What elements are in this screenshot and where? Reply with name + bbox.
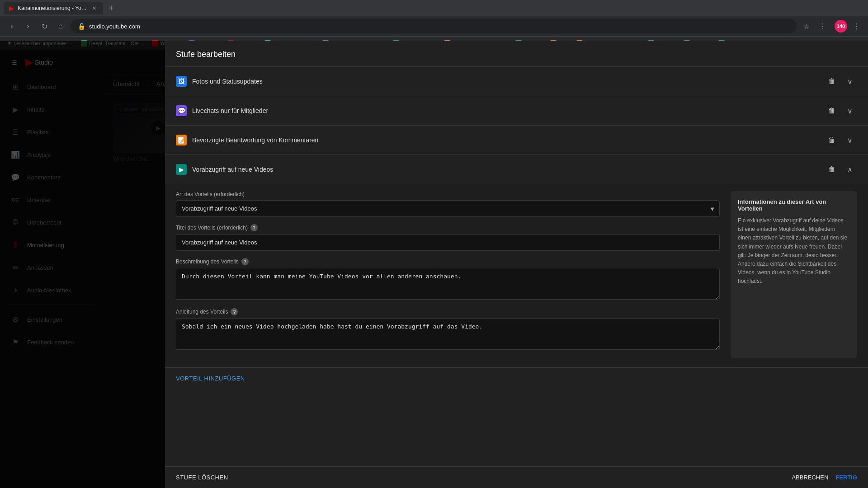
guide-label-text: Anleitung des Vorteils bbox=[176, 309, 228, 315]
livechats-delete-btn[interactable]: 🗑 bbox=[825, 103, 839, 118]
bookmarks-btn[interactable]: ☆ bbox=[800, 20, 813, 33]
type-select[interactable]: Vorabzugriff auf neue Videos bbox=[176, 200, 720, 217]
benefit-livechats-actions: 🗑 ∨ bbox=[825, 103, 857, 118]
active-tab[interactable]: ▶ Kanalmonetarisierung - YouTu... ✕ bbox=[4, 2, 103, 14]
form-group-guide: Anleitung des Vorteils ? Sobald ich ein … bbox=[176, 308, 720, 351]
title-label-text: Titel des Vorteils (erforderlich) bbox=[176, 225, 248, 231]
cancel-btn[interactable]: ABBRECHEN bbox=[792, 474, 828, 481]
benefit-kommentare-actions: 🗑 ∨ bbox=[825, 133, 857, 147]
modal: Stufe bearbeiten 🖼 Fotos und Statusupdat… bbox=[165, 41, 868, 488]
delete-stage-btn[interactable]: STUFE LÖSCHEN bbox=[176, 474, 228, 481]
modal-content: 🖼 Fotos und Statusupdates 🗑 ∨ 💬 Livechat… bbox=[165, 67, 868, 466]
benefit-vorabzugriff: ▶ Vorabzugriff auf neue Videos 🗑 ∧ Art d… bbox=[165, 155, 868, 368]
home-btn[interactable]: ⌂ bbox=[54, 20, 67, 33]
done-btn[interactable]: FERTIG bbox=[835, 474, 857, 481]
form-label-guide: Anleitung des Vorteils ? bbox=[176, 308, 720, 315]
benefit-vorabzugriff-actions: 🗑 ∧ bbox=[825, 162, 857, 177]
fotos-expand-btn[interactable]: ∨ bbox=[843, 74, 857, 89]
tab-bar: ▶ Kanalmonetarisierung - YouTu... ✕ + bbox=[0, 0, 868, 16]
modal-header: Stufe bearbeiten bbox=[165, 41, 868, 67]
description-textarea[interactable]: Durch diesen Vorteil kann man meine YouT… bbox=[176, 268, 720, 300]
fotos-delete-btn[interactable]: 🗑 bbox=[825, 74, 839, 89]
vorabzugriff-icon: ▶ bbox=[176, 164, 187, 175]
footer-actions: ABBRECHEN FERTIG bbox=[792, 474, 857, 481]
form-label-title: Titel des Vorteils (erforderlich) ? bbox=[176, 224, 720, 231]
benefit-expanded-section: Art des Vorteils (erforderlich) Vorabzug… bbox=[165, 184, 868, 367]
form-label-type: Art des Vorteils (erforderlich) bbox=[176, 191, 720, 197]
benefit-vorabzugriff-title: Vorabzugriff auf neue Videos bbox=[192, 166, 819, 173]
benefit-info-title: Informationen zu dieser Art von Vorteile… bbox=[738, 198, 850, 212]
type-label-text: Art des Vorteils (erforderlich) bbox=[176, 191, 245, 197]
vorabzugriff-collapse-btn[interactable]: ∧ bbox=[843, 162, 857, 177]
title-help-icon[interactable]: ? bbox=[250, 224, 258, 231]
form-group-description: Beschreibung des Vorteils ? Durch diesen… bbox=[176, 258, 720, 301]
benefit-vorabzugriff-header[interactable]: ▶ Vorabzugriff auf neue Videos 🗑 ∧ bbox=[165, 155, 868, 184]
vorabzugriff-delete-btn[interactable]: 🗑 bbox=[825, 162, 839, 177]
select-wrapper-type: Vorabzugriff auf neue Videos ▼ bbox=[176, 200, 720, 217]
forward-btn[interactable]: › bbox=[22, 20, 34, 33]
benefit-livechats-title: Livechats nur für Mitglieder bbox=[192, 107, 819, 114]
back-btn[interactable]: ‹ bbox=[5, 20, 18, 33]
new-tab-btn[interactable]: + bbox=[105, 2, 118, 14]
extensions-btn[interactable]: ⋮ bbox=[816, 20, 829, 33]
benefit-row: Art des Vorteils (erforderlich) Vorabzug… bbox=[176, 191, 857, 358]
livechats-expand-btn[interactable]: ∨ bbox=[843, 103, 857, 118]
kommentare-benefit-icon: 📝 bbox=[176, 135, 187, 145]
fotos-icon: 🖼 bbox=[176, 76, 187, 87]
add-benefit-btn[interactable]: VORTEIL HINZUFÜGEN bbox=[176, 375, 245, 382]
benefit-kommentare: 📝 Bevorzugte Beantwortung von Kommentare… bbox=[165, 126, 868, 155]
benefit-fotos: 🖼 Fotos und Statusupdates 🗑 ∨ bbox=[165, 67, 868, 96]
benefit-fotos-actions: 🗑 ∨ bbox=[825, 74, 857, 89]
add-benefit-section: VORTEIL HINZUFÜGEN bbox=[165, 368, 868, 389]
tab-title: Kanalmonetarisierung - YouTu... bbox=[18, 5, 88, 11]
kommentare-delete-btn[interactable]: 🗑 bbox=[825, 133, 839, 147]
modal-footer: STUFE LÖSCHEN ABBRECHEN FERTIG bbox=[165, 466, 868, 488]
benefit-kommentare-title: Bevorzugte Beantwortung von Kommentaren bbox=[192, 136, 819, 144]
benefit-form: Art des Vorteils (erforderlich) Vorabzug… bbox=[176, 191, 720, 358]
reload-btn[interactable]: ↻ bbox=[38, 20, 51, 33]
benefit-info-text: Ein exklusiver Vorabzugriff auf deine Vi… bbox=[738, 216, 850, 286]
menu-btn[interactable]: ⋮ bbox=[850, 20, 863, 33]
form-group-type: Art des Vorteils (erforderlich) Vorabzug… bbox=[176, 191, 720, 217]
benefit-livechats: 💬 Livechats nur für Mitglieder 🗑 ∨ bbox=[165, 96, 868, 126]
form-group-title: Titel des Vorteils (erforderlich) ? bbox=[176, 224, 720, 251]
benefit-fotos-title: Fotos und Statusupdates bbox=[192, 78, 819, 85]
benefit-info-panel: Informationen zu dieser Art von Vorteile… bbox=[731, 191, 857, 358]
benefit-livechats-header[interactable]: 💬 Livechats nur für Mitglieder 🗑 ∨ bbox=[165, 96, 868, 125]
livechats-icon: 💬 bbox=[176, 105, 187, 116]
form-label-description: Beschreibung des Vorteils ? bbox=[176, 258, 720, 265]
modal-title: Stufe bearbeiten bbox=[176, 50, 857, 59]
guide-textarea[interactable]: Sobald ich ein neues Video hochgeladen h… bbox=[176, 318, 720, 350]
browser-toolbar: ‹ › ↻ ⌂ 🔒 studio.youtube.com ☆ ⋮ 140 ⋮ bbox=[0, 16, 868, 36]
benefit-kommentare-header[interactable]: 📝 Bevorzugte Beantwortung von Kommentare… bbox=[165, 126, 868, 155]
kommentare-expand-btn[interactable]: ∨ bbox=[843, 133, 857, 147]
tab-close-btn[interactable]: ✕ bbox=[91, 5, 98, 12]
address-bar[interactable]: 🔒 studio.youtube.com bbox=[71, 19, 797, 33]
description-label-text: Beschreibung des Vorteils bbox=[176, 258, 239, 265]
benefit-fotos-header[interactable]: 🖼 Fotos und Statusupdates 🗑 ∨ bbox=[165, 67, 868, 96]
url-display: studio.youtube.com bbox=[89, 23, 140, 30]
profile-btn[interactable]: 140 bbox=[835, 20, 847, 33]
description-help-icon[interactable]: ? bbox=[241, 258, 249, 265]
guide-help-icon[interactable]: ? bbox=[231, 308, 238, 315]
title-input[interactable] bbox=[176, 234, 720, 251]
